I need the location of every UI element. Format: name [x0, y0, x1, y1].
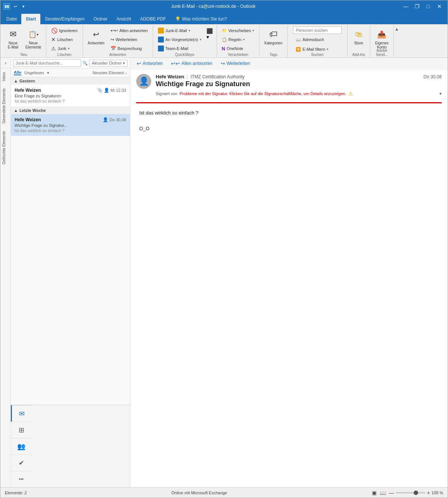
quick-access-dropdown[interactable]: ▾ [21, 3, 26, 10]
folder-search-input[interactable] [13, 59, 81, 67]
nav-mail[interactable]: ✉ [11, 405, 32, 422]
nav-tasks[interactable]: ✔ [11, 454, 32, 471]
weiterleiten-button[interactable]: ↪ Weiterleiten [108, 35, 150, 44]
forward-button[interactable]: ↪ Weiterleiten [219, 59, 252, 68]
view-reading-button[interactable]: 📖 [380, 490, 386, 496]
reply-button[interactable]: ↩ Antworten [135, 59, 165, 68]
mail-preview: Ist das wirklich so einfach ? [15, 99, 126, 103]
store-icon: 🛍 [353, 28, 365, 40]
ribbon-group-addins: 🛍 Store Add-Ins [348, 25, 370, 57]
tab-ordner[interactable]: Ordner [89, 14, 112, 24]
team-email-button[interactable]: Team-E-Mail [155, 44, 204, 53]
filter-dropdown[interactable]: ▾ [47, 71, 49, 75]
reply-icon: ↩ [137, 60, 141, 66]
window-title: Junk-E-Mail - ca@uni-rostock.de - Outloo… [26, 4, 401, 9]
allen-antworten-button[interactable]: ↩↩ Allen antworten [108, 26, 150, 35]
zoom-slider-thumb [414, 491, 418, 495]
group-header-letzte-woche: ▲ Letzte Woche [11, 107, 130, 114]
quick-access-back[interactable]: ↩ [12, 3, 19, 10]
sidebar-label-sent[interactable]: Gesendete Elemente [0, 85, 10, 127]
filter-unread[interactable]: Ungelesen [24, 71, 44, 75]
mail-subject: Eine Frage zu Signaturen [15, 94, 126, 98]
body-paragraph-2: O_O [139, 125, 439, 133]
current-folder-button[interactable]: Aktueller Ordner ▾ [89, 60, 128, 67]
tab-search[interactable]: 💡 Was möchten Sie tun? [171, 14, 231, 24]
ignorieren-button[interactable]: 🚫 Ignorieren [49, 26, 80, 35]
onenote-button[interactable]: N OneNote [219, 44, 257, 53]
zoom-controls: — + 100 % [389, 490, 443, 496]
sig-expand-button[interactable]: ▾ [439, 91, 442, 96]
group-collapse-icon-2[interactable]: ▲ [14, 108, 18, 113]
maximize-button[interactable]: □ [423, 2, 433, 10]
bottom-nav: ✉ ⊞ 👥 ✔ ••• [11, 405, 130, 487]
list-item[interactable]: Hefe Weizen 📎 👤 Mi 12:33 Eine Frage zu S… [11, 85, 130, 107]
tab-datei[interactable]: Datei [2, 14, 21, 24]
nav-calendar[interactable]: ⊞ [11, 422, 32, 438]
ribbon-expand-button[interactable]: ▲ [394, 25, 400, 57]
ribbon-group-neu: ✉ Neue E-Mail 📋▾ Neue Elemente Neu [2, 25, 46, 57]
restore-button[interactable]: ❐ [412, 2, 422, 10]
store-button[interactable]: 🛍 Store [350, 26, 368, 47]
reply-all-button[interactable]: ↩↩ Allen antworten [169, 59, 214, 68]
zoom-slider[interactable] [396, 492, 426, 494]
filter-all[interactable]: Alle [14, 70, 21, 75]
ribbon-group-antworten: ↩ Antworten ↩↩ Allen antworten ↪ Weiterl… [83, 25, 153, 57]
mail-date: Mi 12:33 [111, 88, 126, 93]
email-filtern-button[interactable]: 🔽 E-Mail filtern ▾ [293, 45, 342, 53]
body-paragraph-1: Ist das wirklich so einfach ? [139, 109, 439, 117]
kategorien-button[interactable]: 🏷 Kategorien [262, 26, 285, 47]
tab-ansicht[interactable]: Ansicht [112, 14, 136, 24]
signature-bar[interactable]: Signiert von Probleme mit der Signatur. … [156, 90, 442, 98]
folder-list: ▲ Gestern Hefe Weizen 📎 👤 Mi 12:33 Eine … [11, 77, 130, 405]
ribbon-group-tags: 🏷 Kategorien Tags [259, 25, 287, 57]
regeln-button[interactable]: 📋 Regeln ▾ [219, 35, 257, 44]
adressbuch-button[interactable]: 📖 Adressbuch [293, 35, 342, 44]
reading-toolbar: ↩ Antworten ↩↩ Allen antworten ↪ Weiterl… [130, 58, 448, 69]
junk-email-qs-button[interactable]: Junk-E-Mail ▾ [155, 26, 204, 35]
sidebar-label-deleted[interactable]: Gelöschte Elemente [0, 127, 10, 168]
mail-filter-bar: Alle Ungelesen ▾ Neustes Element ↓ [11, 69, 130, 77]
eigenes-konto-button[interactable]: 📤 Eigenes Konto [373, 26, 391, 51]
neue-elemente-icon: 📋▾ [27, 28, 39, 40]
forward-icon: ↪ [221, 60, 225, 66]
close-button[interactable]: ✕ [434, 2, 445, 10]
email-body: Ist das wirklich so einfach ? O_O [130, 109, 448, 141]
tab-adobe-pdf[interactable]: ADOBE PDF [136, 14, 170, 24]
nav-people[interactable]: 👥 [11, 438, 32, 454]
zoom-in-button[interactable]: + [427, 490, 430, 496]
besprechung-button[interactable]: 📅 Besprechung [108, 44, 150, 53]
sort-button[interactable]: Neustes Element ↓ [93, 71, 127, 75]
mail-preview-2: Ist das wirklich so einfach ? [15, 128, 126, 133]
sig-warning-text: Probleme mit der Signatur. Klicken Sie a… [180, 91, 346, 96]
neue-elemente-button[interactable]: 📋▾ Neue Elemente [23, 26, 44, 51]
antworten-button[interactable]: ↩ Antworten [85, 26, 107, 47]
verschieben-button[interactable]: 📁 Verschieben ▾ [219, 26, 257, 35]
title-bar-left: 📧 ↩ ▾ [3, 3, 26, 10]
collapse-button[interactable]: › [0, 58, 11, 68]
minimize-button[interactable]: — [401, 2, 411, 10]
sidebar-label-inbox[interactable]: Inbox [0, 68, 10, 85]
tab-start[interactable]: Start [21, 14, 40, 24]
email-meta: Hefe Weizen ITMZ Certification Authority… [156, 74, 442, 98]
quicksteps-expand[interactable]: ⬛▾ [205, 26, 214, 41]
warning-icon: ⚠ [348, 91, 353, 97]
eigenes-konto-icon: 📤 [376, 28, 388, 40]
left-panel: › Inbox Gesendete Elemente Gelöschte Ele… [0, 58, 11, 487]
neue-email-button[interactable]: ✉ Neue E-Mail [4, 26, 22, 51]
group-header-gestern: ▲ Gestern [11, 77, 130, 85]
view-normal-button[interactable]: ▣ [372, 490, 377, 496]
antworten-icon: ↩ [90, 28, 102, 40]
personen-suchen-input[interactable] [293, 26, 342, 34]
loeschen-button[interactable]: ✕ Löschen [49, 35, 80, 44]
mail-sender: Hefe Weizen [15, 88, 41, 93]
nav-more[interactable]: ••• [11, 471, 32, 487]
avatar: 👤 [136, 74, 151, 89]
list-item[interactable]: Hefe Weizen 👤 Do 30.08 Wichtige Frage zu… [11, 114, 130, 136]
zoom-out-button[interactable]: — [389, 490, 394, 496]
tab-senden-empfangen[interactable]: Senden/Empfangen [40, 14, 89, 24]
an-vorgesetzte-button[interactable]: An Vorgesetzte(n) ▾ [155, 35, 204, 44]
junk-button[interactable]: ⚠ Junk ▾ [49, 44, 80, 53]
sig-label: Signiert von [156, 91, 177, 96]
email-cert: ITMZ Certification Authority [187, 74, 245, 79]
group-collapse-icon[interactable]: ▲ [14, 79, 18, 83]
